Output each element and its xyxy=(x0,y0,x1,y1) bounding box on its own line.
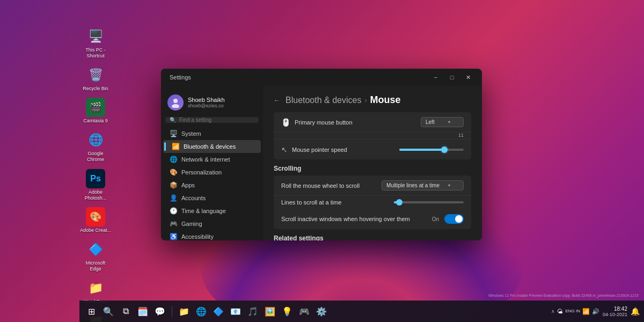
search-input[interactable] xyxy=(179,117,254,123)
svg-point-0 xyxy=(173,99,178,103)
chat-button[interactable]: 💬 xyxy=(152,304,167,319)
sidebar-label-bluetooth: Bluetooth & devices xyxy=(184,143,236,150)
sidebar-item-bluetooth[interactable]: 📶 Bluetooth & devices xyxy=(163,140,261,153)
user-info: Shoeb Shaikh shoeb@ezies.co xyxy=(188,97,225,108)
windows-watermark: Windows 11 Pro Insider Preview Evaluatio… xyxy=(488,293,639,299)
accounts-icon: 👤 xyxy=(170,194,177,202)
primary-mouse-value: Left xyxy=(426,119,435,125)
search-box[interactable]: 🔍 xyxy=(165,117,259,123)
pointer-speed-thumb[interactable] xyxy=(441,147,448,153)
sidebar-label-apps: Apps xyxy=(181,182,195,188)
desktop-icon-this-pc[interactable]: 🖥️ This PC - Shortcut xyxy=(79,27,112,59)
maximize-button[interactable]: □ xyxy=(444,71,459,83)
widgets-button[interactable]: 🗓️ xyxy=(135,304,150,319)
lines-scroll-slider[interactable] xyxy=(394,201,464,203)
taskbar-app-spotify[interactable]: 🎵 xyxy=(245,304,260,319)
volume-icon[interactable]: 🔊 xyxy=(592,308,599,315)
sidebar-item-accounts[interactable]: 👤 Accounts xyxy=(163,192,261,204)
minimize-button[interactable]: − xyxy=(428,71,443,83)
window-controls: − □ ✕ xyxy=(428,71,475,83)
sidebar-label-gaming: Gaming xyxy=(181,221,202,227)
taskbar-right: ∧ 🌤 ENG IN 📶 🔊 18:42 04-10-2021 🔔 xyxy=(551,306,640,317)
desktop-icon-photoshop[interactable]: Ps Adobe Photosh... xyxy=(79,169,112,201)
sidebar-label-personalization: Personalization xyxy=(181,169,222,175)
active-indicator xyxy=(164,142,166,151)
taskbar-app-explorer[interactable]: 📁 xyxy=(177,304,192,319)
task-view-button[interactable]: ⧉ xyxy=(118,304,133,319)
taskbar-app-xbox[interactable]: 🎮 xyxy=(297,304,312,319)
roll-wheel-row: Roll the mouse wheel to scroll Multiple … xyxy=(274,175,471,196)
scrolling-card: Roll the mouse wheel to scroll Multiple … xyxy=(274,175,471,229)
related-section-label: Related settings xyxy=(274,235,471,240)
clock-date: 04-10-2021 xyxy=(603,312,627,317)
dropdown-arrow-icon: ▾ xyxy=(448,120,450,125)
search-button[interactable]: 🔍 xyxy=(101,304,116,319)
sidebar-label-system: System xyxy=(181,130,201,137)
pointer-speed-label: ↖ Mouse pointer speed xyxy=(281,145,347,154)
sidebar: Shoeb Shaikh shoeb@ezies.co 🔍 🖥️ System … xyxy=(161,86,263,240)
desktop-icons: 🖥️ This PC - Shortcut 🗑️ Recycle Bin 🎬 C… xyxy=(79,27,112,322)
pointer-icon: ↖ xyxy=(281,145,288,154)
sidebar-label-time: Time & language xyxy=(181,208,226,214)
taskbar-clock[interactable]: 18:42 04-10-2021 xyxy=(603,306,627,317)
primary-mouse-dropdown[interactable]: Left ▾ xyxy=(421,117,464,127)
sidebar-label-accessibility: Accessibility xyxy=(181,233,214,240)
avatar xyxy=(167,94,184,111)
primary-mouse-row: 🖱️ Primary mouse button Left ▾ xyxy=(274,112,471,133)
personalization-icon: 🎨 xyxy=(170,169,177,176)
sidebar-item-network[interactable]: 🌐 Network & internet xyxy=(163,153,261,166)
tray-chevron[interactable]: ∧ xyxy=(551,309,555,314)
roll-wheel-dropdown-arrow: ▾ xyxy=(448,183,450,188)
weather-icon: 🌤 xyxy=(557,308,563,314)
inactive-scroll-row: Scroll inactive windows when hovering ov… xyxy=(274,209,471,229)
taskbar-app-settings[interactable]: ⚙️ xyxy=(314,304,329,319)
desktop-icon-camtasia[interactable]: 🎬 Camtasia 9 xyxy=(79,98,112,124)
sidebar-label-network: Network & internet xyxy=(181,156,230,163)
sidebar-item-time[interactable]: 🕐 Time & language xyxy=(163,204,261,217)
scrolling-section-label: Scrolling xyxy=(274,165,471,172)
lines-scroll-label: Lines to scroll at a time xyxy=(281,199,394,206)
breadcrumb-parent[interactable]: Bluetooth & devices xyxy=(286,96,361,105)
lines-scroll-thumb[interactable] xyxy=(396,199,402,206)
sidebar-item-system[interactable]: 🖥️ System xyxy=(163,127,261,140)
desktop-icon-chrome[interactable]: 🌐 Google Chrome xyxy=(79,130,112,163)
window-body: Shoeb Shaikh shoeb@ezies.co 🔍 🖥️ System … xyxy=(161,86,482,240)
pointer-speed-slider-container xyxy=(399,149,464,151)
lines-scroll-row: Lines to scroll at a time xyxy=(274,196,471,209)
svg-point-1 xyxy=(172,104,179,108)
user-name: Shoeb Shaikh xyxy=(188,97,225,103)
sidebar-item-personalization[interactable]: 🎨 Personalization xyxy=(163,166,261,179)
wifi-icon[interactable]: 📶 xyxy=(582,308,590,315)
gaming-icon: 🎮 xyxy=(170,220,177,228)
language-indicator[interactable]: ENG IN xyxy=(565,309,580,314)
close-button[interactable]: ✕ xyxy=(460,71,475,83)
inactive-scroll-label: Scroll inactive windows when hovering ov… xyxy=(281,216,410,222)
breadcrumb-current: Mouse xyxy=(370,94,400,106)
start-button[interactable]: ⊞ xyxy=(84,304,99,319)
sidebar-item-accessibility[interactable]: ♿ Accessibility xyxy=(163,230,261,240)
sidebar-item-gaming[interactable]: 🎮 Gaming xyxy=(163,217,261,230)
user-email: shoeb@ezies.co xyxy=(188,103,225,108)
notification-icon[interactable]: 🔔 xyxy=(631,307,640,316)
taskbar: ⊞ 🔍 ⧉ 🗓️ 💬 📁 🌐 🔷 📧 🎵 🖼️ 💡 🎮 ⚙️ ∧ 🌤 ENG I… xyxy=(79,301,644,322)
taskbar-app-mail[interactable]: 📧 xyxy=(228,304,243,319)
desktop-icon-recycle-bin[interactable]: 🗑️ Recycle Bin xyxy=(79,65,112,92)
search-icon: 🔍 xyxy=(170,117,176,123)
taskbar-app-chrome[interactable]: 🌐 xyxy=(194,304,209,319)
desktop-icon-edge[interactable]: 🔷 Microsoft Edge xyxy=(79,240,112,272)
desktop-icon-creative-cloud[interactable]: 🎨 Adobe Creat... xyxy=(79,207,112,233)
user-profile[interactable]: Shoeb Shaikh shoeb@ezies.co xyxy=(161,91,263,117)
inactive-scroll-toggle[interactable] xyxy=(444,214,464,224)
taskbar-app-photos[interactable]: 🖼️ xyxy=(262,304,277,319)
pointer-speed-track[interactable] xyxy=(399,149,464,151)
sidebar-item-apps[interactable]: 📦 Apps xyxy=(163,179,261,192)
apps-icon: 📦 xyxy=(170,181,177,189)
main-content: ← Bluetooth & devices › Mouse 🖱️ Primary… xyxy=(263,86,482,240)
roll-wheel-dropdown[interactable]: Multiple lines at a time ▾ xyxy=(382,180,464,191)
taskbar-app-edge[interactable]: 🔷 xyxy=(211,304,226,319)
pointer-speed-row: ↖ Mouse pointer speed xyxy=(274,139,471,159)
taskbar-app-tips[interactable]: 💡 xyxy=(280,304,295,319)
back-button[interactable]: ← xyxy=(274,97,280,104)
breadcrumb: ← Bluetooth & devices › Mouse xyxy=(274,94,471,106)
roll-wheel-value: Multiple lines at a time xyxy=(386,182,440,188)
